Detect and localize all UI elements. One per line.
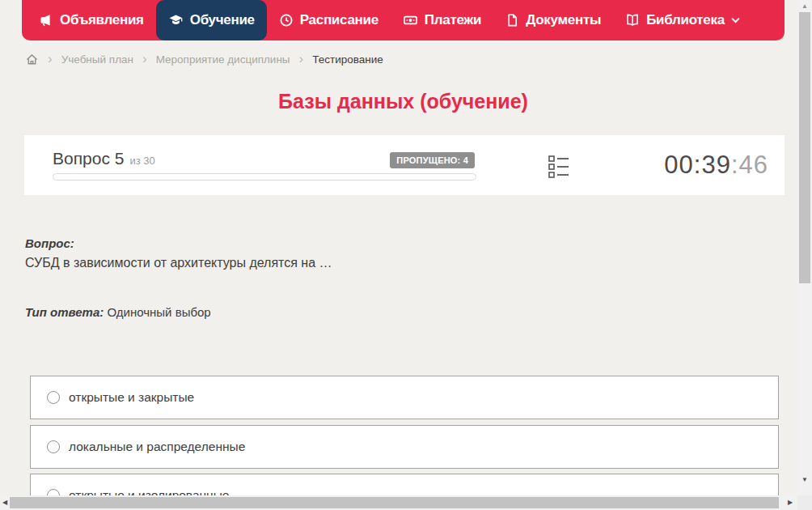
question-text: СУБД в зависимости от архитектуры делятс… (25, 256, 332, 270)
question-total: из 30 (129, 155, 154, 167)
breadcrumb-separator: › (142, 52, 147, 66)
document-icon (505, 13, 519, 28)
breadcrumb-separator: › (48, 52, 53, 66)
answer-option[interactable]: открытые и закрытые (30, 376, 779, 419)
question-progress-bar (53, 173, 476, 181)
answer-type: Тип ответа: Одиночный выбор (25, 305, 211, 319)
question-list-icon[interactable] (548, 155, 569, 182)
main-navigation: Объявления Обучение Расписание Платежи Д… (22, 0, 785, 40)
scroll-down-icon[interactable]: ▼ (797, 476, 812, 483)
timer-minutes: 00:39 (664, 151, 731, 179)
nav-item-label: Платежи (425, 12, 481, 28)
nav-item-learning[interactable]: Обучение (156, 0, 267, 40)
graduation-cap-icon (168, 13, 184, 28)
answer-option-label: локальные и распределенные (69, 426, 245, 468)
home-icon[interactable] (25, 53, 39, 66)
horizontal-scrollbar[interactable]: ◀ ▶ (0, 495, 797, 510)
scroll-right-icon[interactable]: ▶ (788, 499, 793, 506)
radio-button[interactable] (47, 440, 60, 453)
nav-item-payments[interactable]: Платежи (391, 0, 493, 40)
nav-item-library[interactable]: Библиотека (613, 0, 752, 40)
question-number-label: Вопрос 5 (53, 149, 124, 168)
answer-type-value: Одиночный выбор (107, 305, 210, 319)
scroll-left-icon[interactable]: ◀ (2, 499, 7, 506)
vertical-scrollbar-thumb[interactable] (799, 12, 810, 283)
timer: 00:39:46 (664, 151, 768, 180)
skipped-badge: ПРОПУЩЕНО: 4 (390, 152, 475, 168)
nav-item-label: Расписание (300, 12, 379, 28)
scroll-up-icon[interactable]: ▲ (797, 2, 812, 10)
vertical-scrollbar[interactable]: ▲ ▼ (797, 0, 812, 495)
question-heading: Вопрос: (25, 236, 74, 250)
clock-icon (279, 13, 294, 28)
breadcrumb: › Учебный план › Мероприятие дисциплины … (25, 50, 383, 68)
answer-type-label: Тип ответа: (25, 305, 104, 319)
answer-option-label: открытые и закрытые (69, 376, 194, 419)
breadcrumb-link-curriculum[interactable]: Учебный план (61, 53, 133, 66)
nav-item-documents[interactable]: Документы (493, 0, 613, 40)
breadcrumb-current: Тестирование (312, 53, 383, 66)
horizontal-scrollbar-thumb[interactable] (10, 497, 779, 508)
question-number: Вопрос 5из 30 (53, 149, 155, 168)
nav-item-schedule[interactable]: Расписание (267, 0, 391, 40)
radio-button[interactable] (47, 391, 60, 404)
question-header-card: Вопрос 5из 30 ПРОПУЩЕНО: 4 00:39:46 (24, 135, 785, 195)
page-title: Базы данных (обучение) (22, 90, 785, 113)
timer-seconds: :46 (731, 151, 768, 179)
banknote-icon (403, 13, 418, 28)
nav-item-label: Объявления (60, 12, 144, 28)
breadcrumb-link-discipline-event[interactable]: Мероприятие дисциплины (156, 53, 290, 66)
megaphone-icon (39, 13, 53, 28)
nav-item-label: Обучение (190, 12, 255, 28)
nav-item-label: Библиотека (646, 12, 725, 28)
nav-item-label: Документы (526, 12, 601, 28)
breadcrumb-separator: › (299, 52, 304, 66)
book-icon (625, 13, 640, 28)
chevron-down-icon (731, 17, 740, 23)
answer-option[interactable]: локальные и распределенные (30, 425, 779, 469)
scrollbar-corner (797, 495, 812, 510)
nav-item-announcements[interactable]: Объявления (27, 0, 156, 40)
